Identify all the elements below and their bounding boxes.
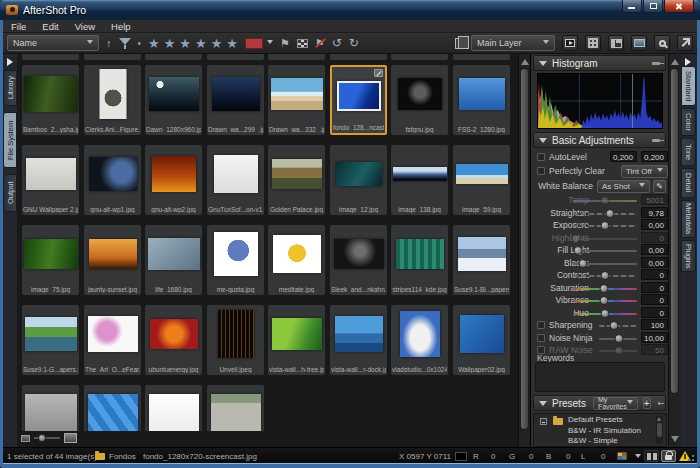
layer-select[interactable]: Main Layer [471, 35, 555, 51]
image-view-button[interactable] [631, 35, 647, 51]
slider-checkbox[interactable] [537, 334, 545, 342]
slider-thumb[interactable] [599, 296, 608, 305]
slider-track[interactable] [573, 238, 637, 240]
slider-track[interactable] [573, 313, 637, 315]
thumbnail-cell[interactable]: Unveil.jpeg [207, 305, 264, 375]
thumbnail-cell[interactable]: Drawn_wa...332_.jpg [268, 65, 325, 135]
perfectly-clear-select[interactable]: Tint Off [621, 165, 668, 178]
thumbnail-cell[interactable]: jaunty-sunset.jpg [84, 225, 141, 295]
thumbnail-cell[interactable]: gnu-alt-wp1.jpg [84, 145, 141, 215]
dual-display-button[interactable] [644, 450, 659, 462]
menu-view[interactable]: View [67, 21, 103, 32]
star-icon[interactable]: ★ [195, 37, 207, 50]
no-flag-icon[interactable]: ⚑ [315, 38, 325, 49]
slider-value[interactable]: 0 [641, 294, 668, 305]
panel-tab-detail[interactable]: Detail [681, 168, 696, 198]
thumbnail-cell[interactable]: life_1680.jpg [145, 225, 202, 295]
browse-view-button[interactable] [608, 35, 624, 51]
slider-thumb[interactable] [606, 209, 615, 218]
pin-icon[interactable] [652, 139, 660, 142]
collapse-expander-icon[interactable] [540, 418, 547, 425]
pin-icon[interactable] [658, 402, 660, 405]
thumbnail-cell[interactable]: image_59.jpg [453, 145, 510, 215]
sort-field-select[interactable]: Name [7, 35, 99, 51]
rotate-right-icon[interactable]: ↻ [349, 37, 359, 49]
thumbnail-cell[interactable]: vista-wall...h-tree.jpg [268, 305, 325, 375]
thumbnail-cell[interactable]: GNU Wallpaper 2.jpg [22, 145, 79, 215]
slider-value[interactable]: 0,00 [641, 219, 668, 230]
no-rating-dot-icon[interactable]: • [138, 38, 142, 49]
thumbnail-cell-clipped[interactable] [391, 54, 448, 60]
autolevel-checkbox[interactable] [537, 153, 545, 161]
slider-track[interactable] [573, 250, 637, 252]
rotate-left-icon[interactable]: ↺ [332, 37, 342, 49]
thumbnail-cell[interactable]: Sleek_and...nkahn.jpg [330, 225, 387, 295]
slider-thumb[interactable] [601, 196, 610, 205]
thumbnail-cell[interactable]: vladstudio...0x1024.jpg [391, 305, 448, 375]
lock-button[interactable] [661, 450, 676, 462]
autolevel-value-2[interactable]: 0,200 [641, 151, 668, 162]
slider-track[interactable] [573, 300, 637, 302]
size-slider-track[interactable] [34, 437, 60, 439]
star-icon[interactable]: ★ [226, 37, 238, 50]
titlebar[interactable]: AfterShot Pro [0, 0, 700, 20]
presets-scrollbar[interactable] [656, 416, 663, 444]
slider-value[interactable]: 0 [641, 282, 668, 293]
thumbnail-cell[interactable]: ubuntuenergy.jpg [145, 305, 202, 375]
thumbnail-cell[interactable]: Drawn_wa...299_.jpg [207, 65, 264, 135]
slider-value[interactable]: 0 [641, 269, 668, 280]
slider-thumb[interactable] [614, 334, 623, 343]
menu-edit[interactable]: Edit [34, 21, 66, 32]
slider-track[interactable] [573, 225, 637, 227]
thumbnail-cell[interactable]: FSS-2_1280.jpg [453, 65, 510, 135]
thumbnail-cell[interactable]: The_Art_O...eFear.jpg [84, 305, 141, 375]
thumbnail-cell[interactable]: Wallpaper02.jpg [453, 305, 510, 375]
thumbnail-cell[interactable]: vista-wall...r-dock.jpg [330, 305, 387, 375]
slider-track[interactable] [599, 325, 637, 327]
slider-value[interactable]: 50 [641, 344, 668, 355]
thumbnail-cell[interactable]: Golden Palace.jpg [268, 145, 325, 215]
slider-track[interactable] [573, 288, 637, 290]
color-profile-icon[interactable] [617, 452, 627, 460]
autolevel-value-1[interactable]: 0,200 [610, 151, 637, 162]
checkered-flag-icon[interactable] [297, 39, 308, 48]
slider-value[interactable]: 100 [641, 319, 668, 330]
collapse-right-panel-icon[interactable] [685, 58, 691, 66]
scroll-up-icon[interactable] [671, 59, 679, 65]
presets-header[interactable]: Presets My Favorites + [533, 395, 666, 411]
zoom-button[interactable] [654, 35, 670, 51]
thumbnail-cell-clipped[interactable] [84, 54, 141, 60]
layers-icon[interactable] [455, 38, 464, 49]
collapse-left-panel-icon[interactable] [7, 58, 13, 66]
thumbnail-cell[interactable]: stripes114_kde.jpg [391, 225, 448, 295]
thumbnail-cell[interactable]: Bamboo_2...ysha.jpg [22, 65, 79, 135]
slider-thumb[interactable] [601, 221, 610, 230]
fullscreen-button[interactable] [677, 35, 693, 51]
maximize-button[interactable] [643, 0, 663, 13]
thumbnail-cell[interactable]: gnu-alt-wp2.jpg [145, 145, 202, 215]
slider-thumb[interactable] [599, 284, 608, 293]
panel-tab-standard[interactable]: Standard [681, 66, 696, 106]
menu-file[interactable]: File [3, 21, 34, 32]
panel-tab-tone[interactable]: Tone [681, 138, 696, 166]
slider-thumb[interactable] [614, 346, 623, 355]
slideshow-button[interactable] [562, 35, 578, 51]
thumbnail-cell[interactable]: Dawn_1280x960.jpg [145, 65, 202, 135]
menu-help[interactable]: Help [103, 21, 139, 32]
sort-direction-icon[interactable]: ↑ [106, 37, 112, 49]
thumbnail-cell[interactable]: image_75.jpg [22, 225, 79, 295]
large-thumbnail-icon[interactable] [64, 433, 77, 443]
thumbnail-cell[interactable]: me-gusta.jpg [207, 225, 264, 295]
thumbnail-cell-clipped[interactable] [207, 54, 264, 60]
slider-track[interactable] [599, 350, 637, 352]
minimize-button[interactable] [622, 0, 642, 13]
chevron-down-icon[interactable] [635, 454, 641, 461]
slider-track[interactable] [573, 200, 637, 202]
slider-value[interactable]: 0,00 [641, 257, 668, 268]
thumbnail-cell[interactable]: image_12.jpg [330, 145, 387, 215]
slider-thumb[interactable] [574, 246, 583, 255]
slider-value[interactable]: 9,78 [641, 207, 668, 218]
white-balance-eyedropper-button[interactable]: ✎ [653, 180, 666, 193]
thumbnail-cell[interactable]: Clerks Ani...Figure.jpg [84, 65, 141, 135]
filter-icon[interactable] [119, 38, 131, 49]
